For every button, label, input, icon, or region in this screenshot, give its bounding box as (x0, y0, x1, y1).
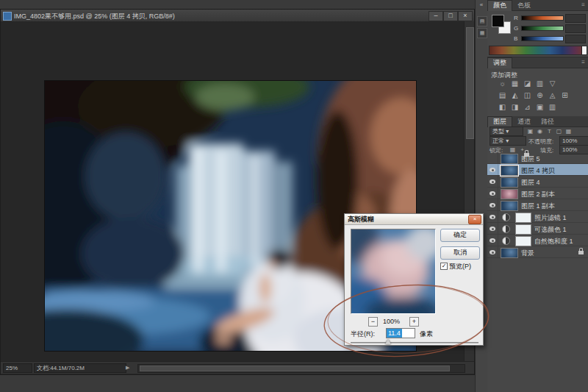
g-slider[interactable] (521, 26, 564, 31)
adjustment-icon[interactable]: ◨ (509, 103, 521, 111)
layer-row[interactable]: 图层 5 (487, 152, 588, 164)
adjustment-icon[interactable]: ▥ (534, 79, 546, 88)
layer-mask-thumbnail[interactable] (515, 236, 531, 246)
dialog-titlebar[interactable]: 高斯模糊 × (345, 214, 483, 225)
adjustment-icon[interactable]: ⊕ (534, 91, 546, 99)
layer-row[interactable]: 图层 1 副本 (487, 199, 588, 211)
eye-icon[interactable] (490, 238, 495, 243)
eye-icon[interactable] (490, 179, 495, 184)
layer-row[interactable]: 自然饱和度 1 (487, 235, 588, 246)
layer-row[interactable]: 背景 (487, 246, 588, 258)
adjustment-icon[interactable]: ▥ (546, 103, 559, 111)
adjustment-icon[interactable]: ◫ (521, 91, 534, 99)
preview-checkbox[interactable]: ✓ (440, 263, 448, 270)
blend-row: 正常 ▾ 不透明度: 100% (487, 136, 588, 145)
eye-icon[interactable] (490, 191, 495, 196)
visibility-well[interactable] (487, 246, 498, 257)
vertical-scrollbar-thumb[interactable] (466, 27, 474, 139)
layer-mask-thumbnail[interactable] (515, 224, 531, 235)
radius-input[interactable]: 11.4 (386, 328, 415, 338)
layer-thumbnail[interactable] (501, 248, 518, 258)
document-titlebar[interactable]: IMG_4802果不够用.psd @ 25% (图层 4 拷贝, RGB/8#)… (1, 10, 474, 22)
layer-row[interactable]: 可选颜色 1 (487, 223, 588, 235)
b-slider[interactable] (521, 36, 564, 41)
radius-slider-thumb[interactable] (385, 339, 391, 344)
adjustment-icon[interactable]: ▽ (546, 79, 559, 88)
layer-filter-icon[interactable]: ▦ (564, 128, 573, 135)
cancel-button[interactable]: 取消 (440, 246, 480, 260)
collapsed-panel-icon[interactable]: ▦ (477, 28, 487, 38)
horizontal-scrollbar-thumb[interactable] (140, 366, 450, 371)
layer-row[interactable]: 图层 4 拷贝 (487, 164, 588, 176)
adjustment-icon[interactable]: ⊞ (559, 91, 571, 99)
spectrum-white-swatch[interactable] (581, 46, 587, 54)
color-spectrum-ramp[interactable] (489, 46, 587, 55)
tab-channels[interactable]: 通道 (512, 117, 536, 127)
status-arrow-icon[interactable]: ▶ (126, 365, 129, 371)
g-value-field[interactable] (565, 24, 586, 33)
panel-menu-icon[interactable]: ≡ (581, 59, 585, 65)
layer-thumbnail[interactable] (501, 201, 518, 211)
tab-color[interactable]: 颜色 (487, 0, 512, 11)
layer-thumbnail[interactable] (501, 165, 518, 176)
adjustment-icon[interactable]: ▣ (534, 103, 546, 111)
layer-filter-icon[interactable]: ▢ (554, 128, 564, 135)
visibility-well[interactable] (487, 223, 498, 234)
visibility-well[interactable] (487, 211, 498, 222)
adjustment-icon[interactable]: ⊿ (521, 103, 534, 111)
maximize-button[interactable]: □ (443, 11, 458, 21)
zoom-out-button[interactable]: − (368, 317, 378, 327)
tab-adjustments[interactable]: 调整 (487, 57, 512, 68)
eye-icon[interactable] (490, 227, 495, 231)
adjustment-icon[interactable]: ▦ (509, 79, 521, 88)
eye-icon[interactable] (490, 250, 495, 254)
layer-thumbnail[interactable] (501, 189, 518, 199)
horizontal-scrollbar[interactable] (137, 364, 465, 373)
radius-slider-track[interactable] (351, 342, 478, 344)
visibility-well[interactable] (487, 199, 498, 210)
visibility-well[interactable] (487, 235, 498, 246)
collapsed-panel-icon[interactable]: ▤ (477, 16, 487, 26)
layer-row[interactable]: 照片滤镜 1 (487, 211, 588, 223)
visibility-well[interactable] (487, 188, 498, 199)
tab-layers[interactable]: 图层 (487, 116, 512, 127)
layer-list: 图层 5图层 4 拷贝图层 4图层 2 副本图层 1 副本照片滤镜 1可选颜色 … (487, 152, 588, 258)
layer-filter-icon[interactable]: ◉ (535, 128, 545, 135)
tab-swatches[interactable]: 色板 (512, 1, 536, 11)
visibility-well[interactable] (487, 164, 498, 175)
adjustment-icon[interactable]: ☼ (496, 79, 509, 88)
eye-icon[interactable] (490, 168, 495, 172)
ok-button[interactable]: 确定 (440, 229, 480, 242)
zoom-level-field[interactable]: 25% (3, 363, 32, 373)
expand-dock-icon[interactable]: « (476, 1, 487, 8)
adjustment-icon[interactable]: ◭ (509, 91, 521, 99)
b-value-field[interactable] (565, 35, 586, 43)
layer-thumbnail[interactable] (501, 154, 518, 164)
eye-icon[interactable] (490, 215, 495, 219)
layer-thumbnail[interactable] (501, 177, 518, 188)
dialog-close-button[interactable]: × (468, 215, 481, 224)
panel-menu-icon[interactable]: ≡ (581, 1, 585, 8)
visibility-well[interactable] (487, 176, 498, 187)
preview-image[interactable] (351, 229, 436, 314)
layer-name: 照片滤镜 1 (534, 213, 567, 223)
layer-filter-dropdown[interactable]: 类型 ▾ (490, 126, 523, 136)
layer-filter-icon[interactable]: T (545, 128, 554, 135)
adjustment-icon[interactable]: ◪ (521, 79, 534, 88)
eye-icon[interactable] (490, 203, 495, 207)
tab-paths[interactable]: 路径 (536, 117, 559, 127)
layer-filter-icon[interactable]: ▣ (526, 128, 535, 135)
adjustment-icon[interactable]: ▤ (496, 91, 509, 99)
minimize-button[interactable]: – (429, 11, 443, 21)
adjustment-icon[interactable]: ◬ (546, 91, 559, 99)
r-value-field[interactable] (565, 14, 586, 23)
layer-mask-thumbnail[interactable] (515, 213, 531, 223)
layer-row[interactable]: 图层 2 副本 (487, 188, 588, 199)
close-button[interactable]: × (458, 11, 473, 21)
layer-row[interactable]: 图层 4 (487, 176, 588, 188)
adjustment-icon[interactable]: ◧ (496, 103, 509, 111)
zoom-in-button[interactable]: + (409, 317, 419, 327)
foreground-color-swatch[interactable] (492, 15, 504, 27)
r-slider[interactable] (521, 15, 564, 21)
visibility-well[interactable] (487, 152, 498, 163)
